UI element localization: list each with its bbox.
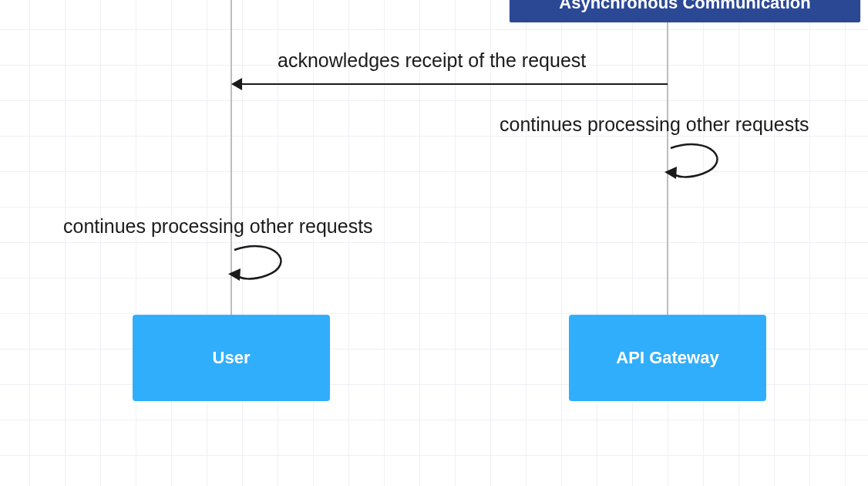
svg-marker-1 xyxy=(228,268,241,281)
actor-api-gateway: API Gateway xyxy=(569,315,766,401)
actor-user: User xyxy=(133,315,330,401)
message-user-loop-label: continues processing other requests xyxy=(63,215,373,238)
actor-user-label: User xyxy=(213,348,251,368)
message-ack-arrow xyxy=(241,83,668,85)
svg-marker-0 xyxy=(664,167,677,179)
note-label: Asynchronous Communication xyxy=(559,0,810,13)
message-user-loop-arrow xyxy=(228,241,298,287)
note-async-communication: Asynchronous Communication xyxy=(510,0,860,22)
message-api-loop-arrow xyxy=(664,139,734,185)
actor-gateway-label: API Gateway xyxy=(616,348,718,368)
diagram-canvas: Asynchronous Communication acknowledges … xyxy=(0,0,868,486)
message-api-loop-label: continues processing other requests xyxy=(500,113,809,136)
message-ack-arrowhead xyxy=(231,78,242,90)
message-ack-label: acknowledges receipt of the request xyxy=(278,49,586,72)
